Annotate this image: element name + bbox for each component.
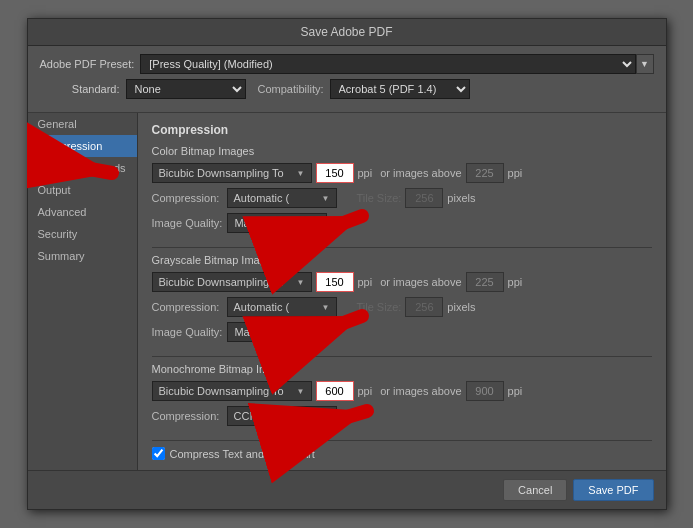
color-compression-select[interactable]: Automatic ( ▼ xyxy=(227,188,337,208)
monochrome-bitmap-title: Monochrome Bitmap Images xyxy=(152,363,652,375)
sidebar: General Compression Marks and Bleeds Out… xyxy=(28,113,138,470)
compatibility-select[interactable]: Acrobat 5 (PDF 1.4) xyxy=(330,79,470,99)
gray-quality-select[interactable]: Maxim ▼ xyxy=(227,322,327,342)
save-pdf-button[interactable]: Save PDF xyxy=(573,479,653,501)
gray-tile-input[interactable] xyxy=(405,297,443,317)
mono-above-input[interactable] xyxy=(466,381,504,401)
standard-select[interactable]: None xyxy=(126,79,246,99)
gray-compression-label: Compression: xyxy=(152,301,222,313)
color-above-label: or images above xyxy=(380,167,461,179)
color-ppi-label: ppi xyxy=(358,167,373,179)
mono-ppi-input[interactable] xyxy=(316,381,354,401)
cancel-button[interactable]: Cancel xyxy=(503,479,567,501)
compression-content: Compression Color Bitmap Images Bicubic … xyxy=(138,113,666,470)
color-tile-label: Tile Size: xyxy=(357,192,402,204)
color-downsample-select[interactable]: Bicubic Downsampling To ▼ xyxy=(152,163,312,183)
gray-quality-label: Image Quality: xyxy=(152,326,223,338)
monochrome-bitmap-section: Monochrome Bitmap Images Bicubic Downsam… xyxy=(152,363,652,426)
mono-downsample-select[interactable]: Bicubic Downsampling To ▼ xyxy=(152,381,312,401)
sidebar-item-summary[interactable]: Summary xyxy=(28,245,137,267)
preset-label: Adobe PDF Preset: xyxy=(40,58,135,70)
color-above-ppi: ppi xyxy=(508,167,523,179)
sidebar-item-compression[interactable]: Compression xyxy=(28,135,137,157)
color-bitmap-title: Color Bitmap Images xyxy=(152,145,652,157)
color-compression-label: Compression: xyxy=(152,192,222,204)
preset-select[interactable]: [Press Quality] (Modified) xyxy=(140,54,635,74)
color-quality-select[interactable]: Maxim ▼ xyxy=(227,213,327,233)
sidebar-item-security[interactable]: Security xyxy=(28,223,137,245)
gray-ppi-label: ppi xyxy=(358,276,373,288)
sidebar-item-output[interactable]: Output xyxy=(28,179,137,201)
compress-text-checkbox[interactable] xyxy=(152,447,165,460)
save-pdf-dialog: Save Adobe PDF Adobe PDF Preset: [Press … xyxy=(27,18,667,510)
sidebar-item-marks-bleeds[interactable]: Marks and Bleeds xyxy=(28,157,137,179)
grayscale-bitmap-section: Grayscale Bitmap Images Bicubic Downsamp… xyxy=(152,254,652,342)
mono-ppi-label: ppi xyxy=(358,385,373,397)
preset-arrow-btn[interactable]: ▼ xyxy=(636,54,654,74)
mono-above-label: or images above xyxy=(380,385,461,397)
color-quality-label: Image Quality: xyxy=(152,217,223,229)
color-above-input[interactable] xyxy=(466,163,504,183)
section-title: Compression xyxy=(152,123,652,137)
compress-text-label: Compress Text and Vector Art xyxy=(170,448,315,460)
mono-compression-label: Compression: xyxy=(152,410,222,422)
dialog-title: Save Adobe PDF xyxy=(28,19,666,46)
mono-above-ppi: ppi xyxy=(508,385,523,397)
dialog-footer: Cancel Save PDF xyxy=(28,470,666,509)
color-ppi-input[interactable] xyxy=(316,163,354,183)
color-tile-unit: pixels xyxy=(447,192,475,204)
gray-compression-select[interactable]: Automatic ( ▼ xyxy=(227,297,337,317)
color-tile-input[interactable] xyxy=(405,188,443,208)
gray-tile-label: Tile Size: xyxy=(357,301,402,313)
color-bitmap-section: Color Bitmap Images Bicubic Downsampling… xyxy=(152,145,652,233)
mono-compression-select[interactable]: CCITT Gro ▼ xyxy=(227,406,337,426)
gray-tile-unit: pixels xyxy=(447,301,475,313)
compatibility-label: Compatibility: xyxy=(258,83,324,95)
gray-above-label: or images above xyxy=(380,276,461,288)
gray-above-ppi: ppi xyxy=(508,276,523,288)
standard-label: Standard: xyxy=(40,83,120,95)
gray-ppi-input[interactable] xyxy=(316,272,354,292)
gray-downsample-select[interactable]: Bicubic Downsampling To ▼ xyxy=(152,272,312,292)
gray-above-input[interactable] xyxy=(466,272,504,292)
compress-text-row: Compress Text and Vector Art xyxy=(152,447,652,460)
sidebar-item-general[interactable]: General xyxy=(28,113,137,135)
sidebar-item-advanced[interactable]: Advanced xyxy=(28,201,137,223)
grayscale-bitmap-title: Grayscale Bitmap Images xyxy=(152,254,652,266)
